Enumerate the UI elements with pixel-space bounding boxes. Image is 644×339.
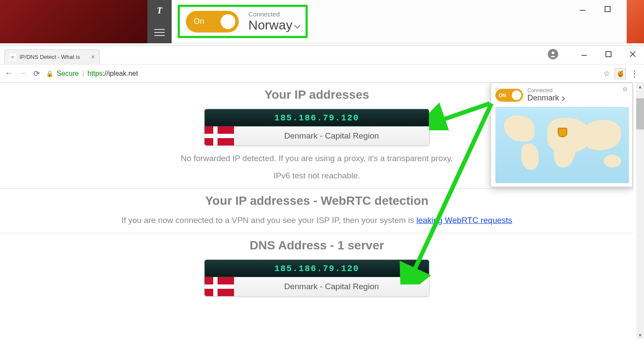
ip-result-box: 185.186.79.120 Denmark - Capital Region (204, 109, 429, 146)
vpn-country-label: Norway (248, 18, 293, 32)
heading-webrtc: Your IP addresses - WebRTC detection (0, 194, 634, 208)
forward-button[interactable]: → (18, 69, 27, 78)
vpn-toggle-label: On (194, 17, 204, 26)
browser-menu-icon[interactable]: ⋮ (630, 68, 638, 79)
tab-close-icon[interactable]: × (91, 53, 95, 61)
minimize-button[interactable] (578, 49, 590, 59)
vpn-logo-letter: T (157, 6, 162, 16)
map-marker-icon (558, 128, 567, 137)
vpn-connection-info[interactable]: Connected Norway (248, 10, 299, 32)
webrtc-leak-link[interactable]: leaking WebRTC requests (416, 216, 512, 225)
webrtc-info-text: If you are now connected to a VPN and yo… (0, 216, 634, 225)
window-controls-browser (548, 49, 639, 59)
tab-title-label: IP/DNS Detect - What is (20, 54, 88, 60)
gear-icon[interactable]: ⚙ (622, 86, 628, 93)
close-button[interactable] (627, 49, 639, 59)
ext-toggle-label: ON (499, 93, 506, 98)
address-bar: ← → ⟳ 🔒 Secure | https://ipleak.net ☆ 🍯 … (0, 65, 644, 83)
tab-favicon (9, 54, 16, 61)
secure-indicator: Secure (57, 70, 79, 77)
vpn-toggle[interactable]: On (186, 11, 239, 32)
ext-toggle[interactable]: ON (495, 89, 523, 102)
maximize-button[interactable] (602, 49, 615, 59)
scrollbar[interactable]: ▲ ▼ (636, 83, 644, 339)
ip-location-label: Denmark - Capital Region (234, 131, 429, 141)
url-host: ://ipleak.net (103, 70, 138, 77)
lock-icon: 🔒 (46, 70, 53, 77)
scroll-down-arrow[interactable]: ▼ (636, 331, 644, 339)
vpn-app-logo: T (147, 0, 172, 22)
webrtc-text-prefix: If you are now connected to a VPN and yo… (121, 216, 416, 225)
dns-address-value: 185.186.79.120 (205, 260, 429, 277)
browser-tab[interactable]: IP/DNS Detect - What is × (4, 49, 100, 64)
chevron-right-icon (560, 96, 565, 101)
back-button[interactable]: ← (4, 69, 13, 78)
url-divider: | (82, 70, 84, 77)
url-scheme: https (88, 70, 103, 77)
chevron-down-icon (294, 23, 300, 29)
extension-popup: ⤢ ⚙ ON Connected Denmark (491, 83, 633, 187)
svg-rect-1 (605, 6, 610, 12)
dns-result-box: 185.186.79.120 Denmark - Capital Region (204, 259, 429, 297)
browser-window: IP/DNS Detect - What is × ← → ⟳ 🔒 Secure… (0, 45, 644, 339)
svg-point-4 (552, 52, 554, 54)
ext-toggle-knob (512, 90, 521, 100)
vpn-panel: T On Connected Norway (147, 0, 644, 43)
svg-line-10 (437, 103, 490, 122)
vpn-status-highlight-box: On Connected Norway (178, 5, 308, 38)
ext-connection-selector[interactable]: Connected Denmark (527, 87, 628, 103)
hamburger-menu-button[interactable] (147, 22, 172, 43)
page-content: Your IP addresses 185.186.79.120 Denmark… (0, 83, 634, 339)
maximize-button[interactable] (602, 4, 614, 14)
minimize-button[interactable] (576, 4, 589, 14)
flag-denmark-icon (205, 277, 234, 296)
vpn-toggle-knob (221, 14, 235, 29)
world-map[interactable] (495, 107, 629, 183)
ext-status-label: Connected (527, 87, 628, 94)
vpn-status-label: Connected (248, 10, 299, 18)
dns-location-label: Denmark - Capital Region (234, 282, 429, 291)
flag-denmark-icon (205, 126, 234, 145)
svg-rect-6 (606, 52, 611, 57)
browser-tab-strip: IP/DNS Detect - What is × (0, 45, 644, 65)
extension-button[interactable]: 🍯 (615, 68, 626, 79)
url-field[interactable]: 🔒 Secure | https://ipleak.net (46, 70, 598, 77)
bookmark-star-icon[interactable]: ☆ (603, 69, 610, 78)
vpn-app-bar: T On Connected Norway (0, 0, 644, 43)
scroll-thumb[interactable] (636, 98, 644, 129)
ext-country-label: Denmark (527, 94, 559, 102)
reload-button[interactable]: ⟳ (32, 69, 41, 78)
desktop-wallpaper-left (0, 0, 147, 43)
heading-dns: DNS Address - 1 server (0, 239, 634, 252)
ip-address-value: 185.186.79.120 (205, 109, 429, 126)
desktop-wallpaper-right (627, 0, 644, 43)
profile-avatar-icon[interactable] (548, 49, 558, 59)
scroll-up-arrow[interactable]: ▲ (636, 83, 644, 90)
